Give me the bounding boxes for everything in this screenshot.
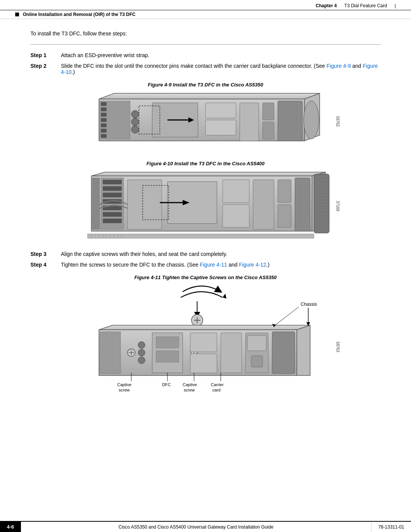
svg-rect-56 xyxy=(253,180,274,229)
svg-text:Captive: Captive xyxy=(183,382,197,387)
svg-rect-47 xyxy=(103,212,122,217)
step-4-label: Step 4 xyxy=(30,262,61,268)
svg-rect-58 xyxy=(278,204,291,227)
svg-text:DFC: DFC xyxy=(162,382,171,387)
svg-marker-0 xyxy=(99,93,320,99)
footer-doc-number: 78-13311-01 xyxy=(371,522,411,532)
svg-rect-104 xyxy=(100,332,121,374)
section-bullet xyxy=(15,13,19,16)
step-2-content: Slide the DFC into the slot until the co… xyxy=(61,63,381,75)
step-1-row: Step 1 Attach an ESD-preventive wrist st… xyxy=(30,52,381,58)
svg-text:Carrier: Carrier xyxy=(211,382,224,387)
footer-center-text: Cisco AS5350 and Cisco AS5400 Universal … xyxy=(21,522,371,532)
svg-marker-32 xyxy=(91,172,325,176)
svg-rect-55 xyxy=(223,204,249,227)
figure-10-label: Figure 4-10 Install the T3 DFC in the Ci… xyxy=(30,161,381,166)
svg-rect-118 xyxy=(156,337,179,348)
svg-rect-8 xyxy=(101,118,107,122)
step-2-label: Step 2 xyxy=(30,63,61,75)
svg-rect-128 xyxy=(251,356,263,367)
figure-11-svg: Chassis Captive screw DFC Captive screw xyxy=(76,284,335,402)
svg-point-13 xyxy=(131,118,139,126)
svg-rect-125 xyxy=(221,333,242,373)
svg-rect-59 xyxy=(295,178,310,231)
step-1-label: Step 1 xyxy=(30,52,61,58)
figure-11-container: Chassis Captive screw DFC Captive screw xyxy=(30,284,381,410)
figure-9-label: Figure 4-9 Install the T3 DFC in the Cis… xyxy=(30,82,381,88)
svg-rect-127 xyxy=(247,335,266,351)
figure-11-label: Figure 4-11 Tighten the Captive Screws o… xyxy=(30,275,381,280)
svg-rect-129 xyxy=(272,332,295,374)
svg-marker-101 xyxy=(99,325,310,330)
svg-rect-5 xyxy=(101,102,107,106)
svg-rect-20 xyxy=(206,120,236,135)
svg-point-12 xyxy=(131,110,139,118)
svg-point-116 xyxy=(138,357,145,364)
svg-point-14 xyxy=(131,126,139,133)
page-subheader: Online Installation and Removal (OIR) of… xyxy=(0,10,411,19)
intro-text: To install the T3 DFC, follow these step… xyxy=(30,30,381,37)
svg-text:card: card xyxy=(212,388,220,392)
header-right: Chapter 4 T3 Dial Feature Card | xyxy=(315,3,396,8)
svg-text:screw: screw xyxy=(119,388,130,392)
figure-9-container: 58762 xyxy=(30,91,381,152)
svg-point-115 xyxy=(138,349,145,356)
svg-text:Chassis: Chassis xyxy=(301,302,317,307)
figure-10-svg xyxy=(76,170,335,241)
figure-10-container: 37169 xyxy=(30,170,381,242)
step-3-row: Step 3 Align the captive screws with the… xyxy=(30,251,381,257)
svg-rect-49 xyxy=(127,180,162,229)
svg-marker-96 xyxy=(223,294,226,299)
svg-rect-48 xyxy=(103,219,122,223)
svg-rect-54 xyxy=(223,180,249,203)
fig-11-num: 58763 xyxy=(336,342,340,352)
svg-point-114 xyxy=(138,342,145,348)
header-chapter-title-text: T3 Dial Feature Card xyxy=(344,3,387,8)
svg-rect-84 xyxy=(88,234,314,238)
svg-rect-22 xyxy=(263,103,274,120)
step-3-label: Step 3 xyxy=(30,251,61,257)
svg-rect-123 xyxy=(190,333,217,352)
svg-text:Captive: Captive xyxy=(117,382,131,387)
figure-9-svg xyxy=(76,91,335,150)
svg-rect-57 xyxy=(278,180,291,203)
section-title: Online Installation and Removal (OIR) of… xyxy=(23,12,135,17)
svg-rect-19 xyxy=(206,103,236,118)
page-footer: 4-6 Cisco AS5350 and Cisco AS5400 Univer… xyxy=(0,521,411,532)
fig-9-link[interactable]: Figure 4-9 xyxy=(327,63,351,69)
svg-rect-23 xyxy=(263,122,274,139)
page-header: Chapter 4 T3 Dial Feature Card | xyxy=(0,0,411,10)
fig-12-link[interactable]: Figure 4-12 xyxy=(239,262,266,268)
page-content: To install the T3 DFC, follow these step… xyxy=(0,19,411,442)
step-3-content: Align the captive screws with their hole… xyxy=(61,251,381,257)
svg-rect-119 xyxy=(156,351,179,362)
step-4-row: Step 4 Tighten the screws to secure the … xyxy=(30,262,381,268)
header-separator: | xyxy=(395,3,396,8)
svg-rect-65 xyxy=(314,174,329,233)
svg-point-3 xyxy=(304,101,319,139)
svg-rect-11 xyxy=(101,134,107,138)
svg-rect-9 xyxy=(101,123,107,127)
svg-text:screw: screw xyxy=(184,388,195,392)
divider xyxy=(30,44,381,45)
svg-rect-42 xyxy=(103,180,122,184)
svg-rect-10 xyxy=(101,129,107,133)
svg-rect-44 xyxy=(103,193,122,197)
svg-rect-7 xyxy=(101,113,107,117)
fig-10-num: 37169 xyxy=(336,201,340,211)
svg-rect-43 xyxy=(103,186,122,191)
header-chapter-label: Chapter 4 xyxy=(315,3,336,8)
svg-marker-103 xyxy=(297,325,310,375)
svg-rect-124 xyxy=(190,354,217,373)
step-1-content: Attach an ESD-preventive wrist strap. xyxy=(61,52,381,58)
svg-rect-6 xyxy=(101,107,107,111)
step-4-content: Tighten the screws to secure the DFC to … xyxy=(61,262,381,268)
svg-line-137 xyxy=(274,307,299,326)
fig-9-num: 58762 xyxy=(336,116,340,127)
svg-rect-21 xyxy=(240,103,259,141)
footer-page-number: 4-6 xyxy=(0,522,21,532)
fig-11-link[interactable]: Figure 4-11 xyxy=(200,262,227,268)
step-2-row: Step 2 Slide the DFC into the slot until… xyxy=(30,63,381,75)
